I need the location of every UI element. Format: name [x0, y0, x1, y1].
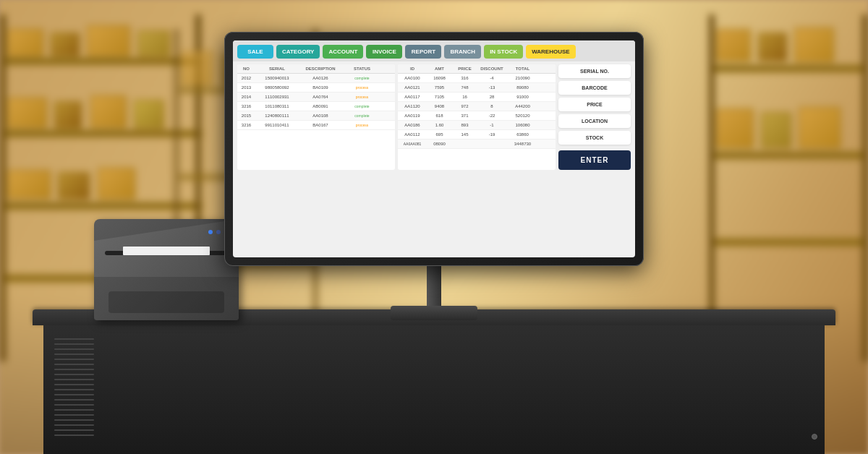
nav-instock-button[interactable]: IN STOCK — [484, 45, 523, 59]
right-data-table: ID AMT PRICE DISCOUNT TOTAL AA0100160983… — [398, 64, 556, 170]
nav-sale-button[interactable]: SALE — [237, 45, 273, 59]
table-row: 2015 1240800111 AA0108 complete — [237, 111, 395, 121]
col-amt: AMT — [427, 64, 452, 73]
table-row: AA010016098316-4210090 — [398, 74, 556, 83]
nav-report-button[interactable]: REPORT — [405, 45, 441, 59]
table-row: AA0119618371-22520120 — [398, 111, 556, 121]
col-discount: DISCOUNT — [477, 64, 506, 73]
table-row: AA01217595748-1389080 — [398, 83, 556, 93]
right-control-panel: SERIAL NO. BARCODE PRICE LOCATION STOCK … — [558, 64, 631, 170]
nav-category-button[interactable]: CATEGORY — [276, 45, 320, 59]
table-row: 2013 9800580092 BA0109 process — [237, 83, 395, 93]
col-extra — [382, 64, 395, 73]
serial-no-button[interactable]: SERIAL NO. — [558, 64, 631, 78]
nav-invoice-button[interactable]: INVOICE — [366, 45, 402, 59]
location-button[interactable]: LOCATION — [558, 114, 631, 128]
scene: SALE CATEGORY ACCOUNT INVOICE REPORT BRA… — [0, 0, 868, 454]
price-button[interactable]: PRICE — [558, 98, 631, 111]
table-row: AA0112695145-1963860 — [398, 130, 556, 140]
table-row: AA112094089728A44200 — [398, 102, 556, 111]
nav-branch-button[interactable]: BRANCH — [444, 45, 481, 59]
table-row: AA01861.60893-1106080 — [398, 121, 556, 130]
col-no: NO — [237, 64, 255, 73]
monitor: SALE CATEGORY ACCOUNT INVOICE REPORT BRA… — [224, 32, 644, 266]
left-data-table: NO SERIAL DESCRIPTION STATUS 2012 150094… — [237, 64, 395, 170]
table-row: 3216 1011080311 AB0091 complete — [237, 102, 395, 111]
col-description: DESCRIPTION — [299, 64, 342, 73]
table-row: 2014 1110002931 AA0764 process — [237, 93, 395, 102]
nav-account-button[interactable]: ACCOUNT — [323, 45, 363, 59]
pos-navigation: SALE CATEGORY ACCOUNT INVOICE REPORT BRA… — [233, 40, 635, 61]
pos-application: SALE CATEGORY ACCOUNT INVOICE REPORT BRA… — [233, 40, 635, 257]
col-status: STATUS — [342, 64, 382, 73]
col-price: PRICE — [452, 64, 477, 73]
table-row: AA0AA081080903448730 — [398, 140, 556, 149]
table-row: AA01177105162891000 — [398, 93, 556, 102]
stock-button[interactable]: STOCK — [558, 131, 631, 145]
col-total: TOTAL — [506, 64, 539, 73]
table-row: 3216 9911010411 BA0167 process — [237, 121, 395, 130]
enter-button[interactable]: ENTER — [558, 150, 631, 170]
printer — [94, 205, 239, 320]
col-serial: SERIAL — [255, 64, 299, 73]
col-id: ID — [398, 64, 427, 73]
nav-warehouse-button[interactable]: WAREHOUSE — [526, 45, 575, 59]
table-row: 2012 1500940013 AA0126 complete — [237, 74, 395, 83]
barcode-button[interactable]: BARCODE — [558, 81, 631, 95]
